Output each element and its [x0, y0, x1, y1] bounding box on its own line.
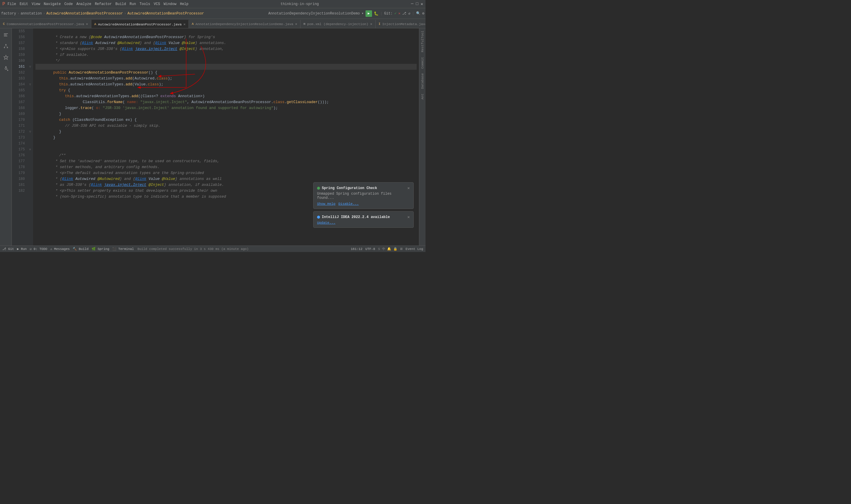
menu-navigate[interactable]: Navigate — [44, 2, 61, 6]
status-terminal[interactable]: ⬛ Terminal — [112, 247, 134, 251]
tab-close-autowired[interactable]: ✕ — [183, 22, 185, 26]
svg-point-3 — [5, 44, 6, 45]
tab-common-annotation[interactable]: C CommonAnnotationBeanPostProcessor.java… — [0, 20, 91, 28]
notif-spring-title: Spring Configuration Check — [322, 186, 377, 190]
sidebar-structure-icon[interactable] — [1, 41, 11, 51]
menu-run[interactable]: Run — [130, 2, 136, 6]
breadcrumb-factory[interactable]: factory — [1, 12, 16, 16]
code-line-174 — [35, 141, 417, 146]
sidebar-project-icon[interactable] — [1, 30, 11, 40]
notif-spring-links: Show Help Disable... — [317, 202, 410, 205]
sidebar-restfultool[interactable]: RestfulTool — [420, 29, 425, 55]
svg-rect-0 — [4, 33, 8, 34]
tab-injection-metadata[interactable]: I InjectionMetadata.java ✕ — [376, 20, 426, 28]
svg-rect-1 — [4, 35, 7, 35]
code-line-168: } — [35, 105, 417, 111]
code-line-164: try { — [35, 82, 417, 87]
tab-label-autowired: AutowiredAnnotationBeanPostProcessor.jav… — [98, 22, 182, 26]
fold-161[interactable]: ▽ — [27, 64, 33, 70]
svg-line-6 — [4, 45, 6, 47]
menu-analyze[interactable]: Analyze — [76, 2, 91, 6]
menu-code[interactable]: Code — [65, 2, 73, 6]
sidebar-commit[interactable]: Commit — [420, 55, 425, 71]
notif-spring-showhelp[interactable]: Show Help — [317, 202, 336, 205]
breadcrumb-annotation[interactable]: annotation — [21, 12, 42, 16]
menu-vcs[interactable]: VCS — [153, 2, 160, 6]
notif-spring-body: Unmapped Spring configuration files foun… — [317, 192, 410, 200]
git-revert-icon[interactable]: ↺ — [408, 11, 410, 16]
run-button[interactable]: ▶ — [365, 10, 372, 17]
notif-intellij-close[interactable]: ✕ — [408, 215, 410, 219]
svg-line-13 — [7, 69, 7, 69]
status-bar-left: ⎇ Git ▶ Run ☑ 0: TODO ⚠ Messages 🔨 Build… — [2, 247, 134, 251]
tab-icon-injection: I — [379, 22, 381, 26]
tab-close-dep[interactable]: ✕ — [295, 22, 297, 26]
tab-autowired-annotation[interactable]: A AutowiredAnnotationBeanPostProcessor.j… — [91, 20, 189, 28]
notif-intellij-title: IntelliJ IDEA 2022.2.4 available — [322, 215, 390, 219]
close-button[interactable]: ✕ — [421, 1, 423, 6]
menu-tools[interactable]: Tools — [140, 2, 150, 6]
code-line-162: this.autowiredAnnotationTypes.add(Autowi… — [35, 70, 417, 76]
search-everywhere-icon[interactable]: 🔍 — [416, 11, 420, 16]
sidebar-git-icon[interactable] — [1, 63, 11, 74]
menu-build[interactable]: Build — [115, 2, 126, 6]
notif-intellij-update[interactable]: Update... — [317, 221, 336, 224]
tab-label-dep: AnnotationDependencyInjectionResolutionD… — [196, 22, 293, 26]
code-line-159: */ — [35, 52, 417, 58]
breadcrumb: factory › annotation › AutowiredAnnotati… — [1, 12, 204, 16]
svg-line-7 — [6, 45, 7, 47]
maximize-button[interactable]: □ — [416, 1, 418, 6]
code-line-156: * standard {@link Autowired @Autowired} … — [35, 34, 417, 40]
intellij-update-notification: IntelliJ IDEA 2022.2.4 available ✕ Updat… — [313, 211, 414, 228]
run-dropdown-btn[interactable]: ▾ — [362, 11, 364, 16]
status-bar-right: 161:12 UTF-8 S 中 🔔 🔒 🖥 Event Log — [351, 247, 423, 251]
sidebar-ant[interactable]: Ant — [420, 91, 425, 102]
status-spring[interactable]: 🌿 Spring — [92, 247, 109, 251]
window-title: thinking-in-spring — [280, 2, 319, 6]
menu-bar[interactable]: File Edit View Navigate Code Analyze Ref… — [8, 2, 188, 6]
status-problems[interactable]: ⚠ Messages — [50, 247, 70, 251]
status-build-btn[interactable]: 🔨 Build — [73, 247, 89, 251]
tab-annotation-dep[interactable]: A AnnotationDependencyInjectionResolutio… — [189, 20, 301, 28]
git-branch-icon[interactable]: ⎇ — [402, 11, 406, 16]
tab-close-pom[interactable]: ✕ — [370, 22, 372, 26]
right-sidebar: RestfulTool Commit Database Ant — [419, 29, 426, 246]
code-line-165: this.autowiredAnnotationTypes.add((Class… — [35, 87, 417, 93]
spring-config-notification: Spring Configuration Check ✕ Unmapped Sp… — [313, 182, 414, 209]
breadcrumb-class2[interactable]: AutowiredAnnotationBeanPostProcessor — [127, 12, 204, 16]
code-line-166: ClassUtils.forName( name: "javax.inject.… — [35, 93, 417, 99]
tab-icon-dep: A — [192, 22, 194, 26]
fold-175[interactable]: ≡ — [27, 146, 33, 152]
notif-spring-disable[interactable]: Disable... — [338, 202, 359, 205]
git-check-icon[interactable]: ✓ — [395, 11, 397, 16]
tab-pom[interactable]: m pom.xml (dependency-injection) ✕ — [301, 20, 376, 28]
status-todo[interactable]: ☑ 0: TODO — [30, 247, 47, 251]
menu-window[interactable]: Window — [164, 2, 176, 6]
breadcrumb-class1[interactable]: AutowiredAnnotationBeanPostProcessor — [47, 12, 123, 16]
notif-spring-close[interactable]: ✕ — [408, 185, 410, 191]
tab-close-common[interactable]: ✕ — [86, 22, 88, 26]
window-controls[interactable]: ─ □ ✕ — [411, 1, 423, 6]
status-event-log[interactable]: Event Log — [406, 247, 423, 251]
menu-edit[interactable]: Edit — [19, 2, 28, 6]
menu-view[interactable]: View — [32, 2, 40, 6]
sidebar-database[interactable]: Database — [420, 71, 425, 91]
settings-icon[interactable]: ⚙ — [422, 11, 424, 16]
git-x-icon[interactable]: ✕ — [398, 11, 400, 16]
status-cursor-position: 161:12 — [351, 247, 363, 251]
menu-refactor[interactable]: Refactor — [95, 2, 112, 6]
tab-icon-common: C — [3, 22, 5, 26]
svg-rect-2 — [4, 36, 7, 36]
status-encoding: UTF-8 — [365, 247, 375, 251]
status-git[interactable]: ⎇ Git — [2, 247, 14, 251]
sidebar-favorites-icon[interactable] — [1, 52, 11, 62]
status-icons-right: S 中 🔔 🔒 🖥 — [378, 247, 403, 251]
fold-172[interactable]: ▽ — [27, 129, 33, 135]
menu-help[interactable]: Help — [180, 2, 188, 6]
menu-file[interactable]: File — [8, 2, 16, 6]
minimize-button[interactable]: ─ — [411, 1, 413, 6]
status-run[interactable]: ▶ Run — [17, 247, 26, 251]
debug-button[interactable]: 🐛 — [374, 11, 379, 16]
code-line-177: * setter methods, and arbitrary config m… — [35, 158, 417, 164]
fold-164[interactable]: ▽ — [27, 82, 33, 87]
